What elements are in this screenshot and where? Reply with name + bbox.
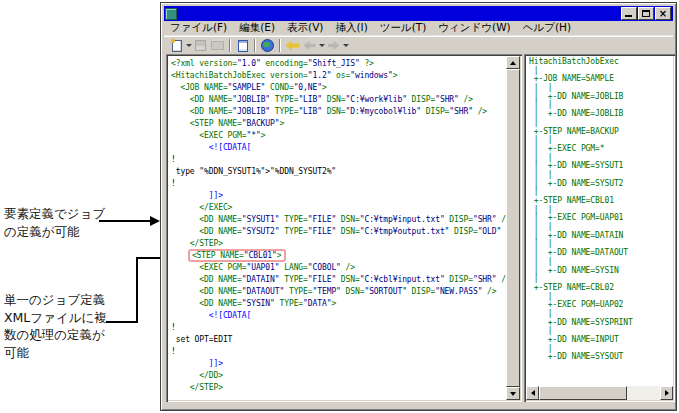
- app-window: ファイル(F)編集(E)表示(V)挿入(I)ツール(T)ウィンドウ(W)ヘルプ(…: [160, 2, 677, 411]
- minimize-button[interactable]: [621, 7, 637, 20]
- new-file-button-dropdown[interactable]: [185, 38, 192, 54]
- menu-item-file[interactable]: ファイル(F): [164, 21, 233, 35]
- menu-item-help[interactable]: ヘルプ(H): [517, 21, 577, 35]
- code-token: "OLD": [478, 227, 502, 236]
- code-token: <DD NAME=: [171, 275, 242, 284]
- code-token: "C:¥tmp¥output.txt": [360, 227, 450, 236]
- code-line: <?xml version="1.0" encoding="Shift_JIS"…: [171, 58, 506, 70]
- navigate-up-button[interactable]: [284, 38, 301, 54]
- code-token: <DD NAME=: [171, 95, 232, 104]
- code-line: <STEP NAME="CBL01">: [171, 250, 506, 262]
- maximize-icon: [642, 10, 650, 17]
- code-line: !: [171, 178, 506, 190]
- code-token: <![CDATA[: [171, 311, 251, 320]
- scroll-left-button[interactable]: [526, 386, 539, 400]
- toolbar-separator: [254, 39, 256, 52]
- code-line: type "%DDN_SYSUT1%">"%DDN_SYSUT2%": [171, 166, 506, 178]
- code-line: </STEP>: [171, 382, 506, 394]
- save-icon: [195, 40, 206, 51]
- close-button[interactable]: [655, 7, 671, 20]
- tree-item[interactable]: | +-DD NAME=SYSIN: [529, 267, 673, 276]
- chevron-down-icon: [319, 44, 325, 47]
- scroll-down-button[interactable]: [506, 387, 520, 400]
- toolbar-separator: [229, 39, 231, 52]
- code-token: LANG=: [279, 263, 307, 272]
- code-line: <![CDATA[: [171, 310, 506, 322]
- left-arrow-icon: [531, 390, 535, 396]
- code-token: "JOBLIB": [232, 107, 270, 116]
- code-token: >: [393, 71, 398, 80]
- scroll-right-button[interactable]: [660, 386, 673, 400]
- code-token: "SHR": [449, 107, 473, 116]
- code-token: <?xml version=: [171, 59, 237, 68]
- code-token: <STEP NAME=: [171, 119, 242, 128]
- folder-back-icon: [286, 41, 300, 51]
- tree-item[interactable]: | +-DD NAME=JOBLIB: [529, 110, 673, 119]
- screenshot-canvas: 要素定義でジョブ の定義が可能 単一のジョブ定義 XMLファイルに複 数の処理の…: [0, 0, 679, 413]
- browser-preview-button[interactable]: [259, 38, 276, 54]
- highlight-box: <STEP NAME="CBL01">: [188, 249, 286, 262]
- code-token: !: [171, 323, 176, 332]
- code-line: <JOB NAME="SAMPLE" COND="0,NE">: [171, 82, 506, 94]
- code-token: !: [171, 179, 176, 188]
- code-token: ]]>: [171, 191, 223, 200]
- menu-item-window[interactable]: ウィンドウ(W): [432, 21, 516, 35]
- code-token: "windows": [350, 71, 392, 80]
- menu-item-insert[interactable]: 挿入(I): [329, 21, 373, 35]
- toolbar: [164, 36, 673, 54]
- menu-item-view[interactable]: 表示(V): [281, 21, 329, 35]
- globe-icon: [261, 39, 274, 52]
- code-token: "SORTOUT": [364, 287, 406, 296]
- code-token: ?>: [360, 59, 374, 68]
- maximize-button[interactable]: [638, 7, 654, 20]
- code-token: !: [171, 347, 176, 356]
- menu-item-edit[interactable]: 編集(E): [233, 21, 281, 35]
- code-token: COND=: [265, 83, 293, 92]
- tree-item[interactable]: HitachiBatchJobExec: [529, 58, 673, 67]
- code-token: DISP=: [407, 287, 435, 296]
- code-line: <EXEC PGM="UAP01" LANG="COBOL" />: [171, 262, 506, 274]
- menu-item-tools[interactable]: ツール(T): [374, 21, 433, 35]
- source-view-button[interactable]: [234, 38, 251, 54]
- code-token: DSN=: [322, 107, 346, 116]
- annotation-connector-line: [106, 321, 138, 323]
- xml-editor[interactable]: <?xml version="1.0" encoding="Shift_JIS"…: [168, 56, 506, 400]
- code-token: DSN=: [336, 275, 360, 284]
- code-token: >: [277, 251, 282, 260]
- code-line: <DD NAME="SYSIN" TYPE="DATA">: [171, 298, 506, 310]
- code-token: <DD NAME=: [171, 287, 242, 296]
- code-token: ]]>: [171, 359, 223, 368]
- code-token: </DD>: [171, 371, 223, 380]
- code-line: !: [171, 346, 506, 358]
- code-token: "1.0": [237, 59, 261, 68]
- new-file-button[interactable]: [168, 38, 185, 54]
- vertical-scrollbar-thumb[interactable]: [506, 69, 520, 387]
- scroll-up-button[interactable]: [506, 56, 520, 69]
- code-token: >: [261, 131, 266, 140]
- code-token: TYPE=: [279, 215, 307, 224]
- code-token: "D:¥mycobol¥lib": [346, 107, 421, 116]
- vertical-scrollbar[interactable]: [506, 56, 520, 400]
- minimize-icon: [625, 15, 632, 17]
- tree-panel-content[interactable]: HitachiBatchJobExec | +-JOB NAME=SAMPLE …: [526, 56, 673, 386]
- code-line: ]]>: [171, 190, 506, 202]
- code-token: DISP=: [445, 215, 473, 224]
- tree-item[interactable]: | +-DD NAME=SYSUT2: [529, 180, 673, 189]
- annotation-connector-line: [136, 257, 138, 323]
- window-controls: [621, 7, 671, 20]
- horizontal-scrollbar[interactable]: [526, 386, 673, 400]
- tree-item[interactable]: +-DD NAME=SYSOUT: [529, 353, 673, 362]
- title-bar[interactable]: [164, 6, 673, 21]
- forward-button-dropdown: [342, 38, 349, 54]
- code-token: DISP=: [407, 95, 435, 104]
- code-token: DSN=: [336, 227, 360, 236]
- code-token: DSN=: [341, 287, 365, 296]
- code-token: <DD NAME=: [171, 227, 242, 236]
- code-line: <STEP NAME="BACKUP">: [171, 118, 506, 130]
- horizontal-scrollbar-thumb[interactable]: [539, 386, 627, 400]
- code-token: />: [459, 95, 473, 104]
- code-line: set OPT=EDIT: [171, 334, 506, 346]
- code-token: TYPE=: [284, 287, 312, 296]
- code-token: />: [473, 107, 487, 116]
- code-token: "DATA": [303, 299, 331, 308]
